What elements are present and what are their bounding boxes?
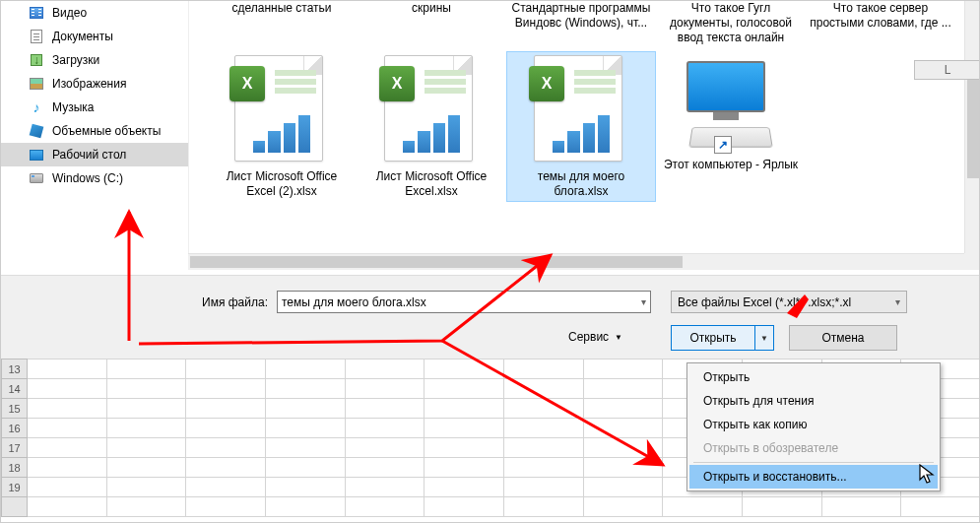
cell[interactable] <box>583 438 663 458</box>
cancel-button[interactable]: Отмена <box>789 325 897 351</box>
cell[interactable] <box>425 497 504 517</box>
sidebar-item-3d[interactable]: Объемные объекты <box>1 119 188 143</box>
cell[interactable] <box>504 478 584 497</box>
cell[interactable] <box>186 399 266 419</box>
dropdown-item[interactable]: Открыть и восстановить... <box>689 465 938 489</box>
cell[interactable] <box>504 360 584 379</box>
cell[interactable] <box>345 419 425 438</box>
dropdown-item[interactable]: Открыть для чтения <box>689 389 938 413</box>
cell[interactable] <box>28 379 107 399</box>
row-header[interactable]: 18 <box>2 458 28 478</box>
cell[interactable] <box>901 497 980 517</box>
row-header[interactable]: 13 <box>2 360 28 379</box>
cell[interactable] <box>504 399 584 419</box>
folder-label[interactable]: Что такое сервер простыми словами, где .… <box>806 1 955 45</box>
folder-label[interactable]: сделанные статьи <box>207 1 357 45</box>
cell[interactable] <box>425 458 504 478</box>
filetype-dropdown[interactable]: Все файлы Excel (*.xl*;*.xlsx;*.xl ▾ <box>671 291 907 313</box>
dropdown-item[interactable]: Открыть как копию <box>689 413 938 436</box>
cell[interactable] <box>821 497 901 517</box>
horizontal-scrollbar[interactable] <box>188 253 964 270</box>
folder-label[interactable]: Что такое Гугл документы, голосовой ввод… <box>656 1 806 45</box>
cell[interactable] <box>28 360 107 379</box>
folder-label[interactable]: Стандартные программы Виндовс (Windows),… <box>506 1 656 45</box>
cell[interactable] <box>345 399 425 419</box>
cell[interactable] <box>504 497 584 517</box>
cell[interactable] <box>186 458 266 478</box>
sidebar-item-desktop[interactable]: Рабочий стол <box>1 143 188 166</box>
cell[interactable] <box>345 458 425 478</box>
cell[interactable] <box>28 419 107 438</box>
sidebar-item-images[interactable]: Изображения <box>1 72 188 96</box>
cell[interactable] <box>345 360 425 379</box>
cell[interactable] <box>583 379 663 399</box>
cell[interactable] <box>425 438 504 458</box>
cell[interactable] <box>266 399 346 419</box>
sidebar-item-drive-c[interactable]: Windows (C:) <box>1 166 188 190</box>
cell[interactable] <box>504 379 584 399</box>
cell[interactable] <box>186 478 266 497</box>
filename-input[interactable]: темы для моего блога.xlsx ▾ <box>277 291 651 313</box>
cell[interactable] <box>504 458 584 478</box>
cell[interactable] <box>28 438 107 458</box>
cell[interactable] <box>28 458 107 478</box>
sidebar-item-music[interactable]: ♪Музыка <box>1 96 188 119</box>
cell[interactable] <box>742 497 821 517</box>
cell[interactable] <box>106 379 186 399</box>
cell[interactable] <box>583 399 663 419</box>
vertical-scrollbar[interactable] <box>964 1 980 253</box>
sidebar-item-downloads[interactable]: Загрузки <box>1 48 188 72</box>
cell[interactable] <box>186 438 266 458</box>
cell[interactable] <box>425 360 504 379</box>
cell[interactable] <box>663 497 743 517</box>
cell[interactable] <box>583 497 663 517</box>
cell[interactable] <box>425 419 504 438</box>
file-item[interactable]: X темы для моего блога.xlsx <box>506 51 656 202</box>
cell[interactable] <box>186 360 266 379</box>
cell[interactable] <box>186 379 266 399</box>
cell[interactable] <box>106 478 186 497</box>
cell[interactable] <box>266 458 346 478</box>
sidebar-item-video[interactable]: Видео <box>1 1 188 25</box>
cell[interactable] <box>345 379 425 399</box>
file-item[interactable]: X Лист Microsoft Office Excel (2).xlsx <box>207 51 357 202</box>
cell[interactable] <box>583 419 663 438</box>
cell[interactable] <box>266 419 346 438</box>
cell[interactable] <box>266 360 346 379</box>
cell[interactable] <box>186 419 266 438</box>
sidebar-item-documents[interactable]: Документы <box>1 25 188 48</box>
file-item[interactable]: X Лист Microsoft Office Excel.xlsx <box>357 51 506 202</box>
cell[interactable] <box>266 438 346 458</box>
cell[interactable] <box>106 497 186 517</box>
row-header[interactable]: 16 <box>2 419 28 438</box>
cell[interactable] <box>345 438 425 458</box>
dropdown-item[interactable]: Открыть <box>689 365 938 389</box>
cell[interactable] <box>425 399 504 419</box>
cell[interactable] <box>425 478 504 497</box>
cell[interactable] <box>106 438 186 458</box>
cell[interactable] <box>106 419 186 438</box>
open-dropdown-arrow[interactable]: ▼ <box>755 326 773 350</box>
cell[interactable] <box>106 399 186 419</box>
cell[interactable] <box>345 478 425 497</box>
row-header[interactable] <box>2 497 28 517</box>
cell[interactable] <box>583 458 663 478</box>
cell[interactable] <box>504 419 584 438</box>
cell[interactable] <box>266 497 346 517</box>
open-split-button[interactable]: Открыть ▼ <box>671 325 774 351</box>
column-header[interactable]: L <box>914 60 980 80</box>
service-dropdown[interactable]: Сервис ▼ <box>568 330 622 344</box>
cell[interactable] <box>28 497 107 517</box>
file-item[interactable]: ↗Этот компьютер - Ярлык <box>656 51 806 202</box>
cell[interactable] <box>345 497 425 517</box>
cell[interactable] <box>266 478 346 497</box>
cell[interactable] <box>106 360 186 379</box>
cell[interactable] <box>28 478 107 497</box>
cell[interactable] <box>266 379 346 399</box>
row-header[interactable]: 14 <box>2 379 28 399</box>
row-header[interactable]: 19 <box>2 478 28 497</box>
chevron-down-icon[interactable]: ▾ <box>641 296 646 307</box>
folder-label[interactable]: скрины <box>357 1 506 45</box>
row-header[interactable]: 15 <box>2 399 28 419</box>
cell[interactable] <box>186 497 266 517</box>
